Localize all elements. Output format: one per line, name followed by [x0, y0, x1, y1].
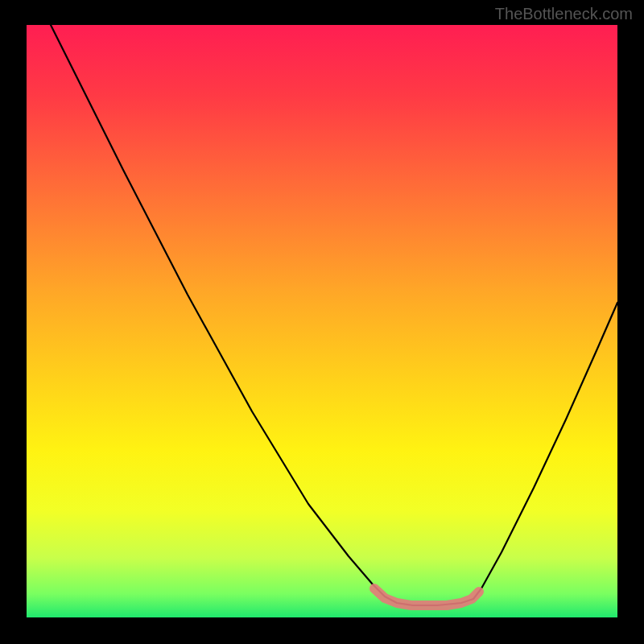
chart-background — [27, 25, 617, 617]
chart-plot-area — [27, 25, 617, 617]
watermark-text: TheBottleneck.com — [495, 5, 633, 23]
chart-svg — [27, 25, 617, 617]
